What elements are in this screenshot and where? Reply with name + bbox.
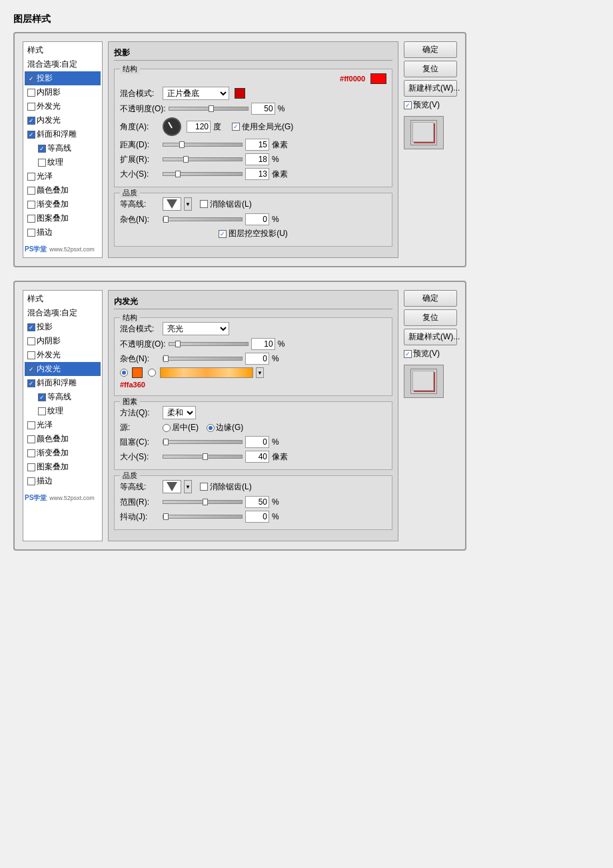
range-slider-2[interactable]: [163, 500, 243, 504]
angle-dial-1[interactable]: [163, 117, 181, 136]
range-input-2[interactable]: [245, 496, 269, 508]
confirm-button-2[interactable]: 确定: [404, 290, 457, 307]
blend-mode-select-1[interactable]: 正片叠底: [163, 87, 229, 100]
contour-preview-2[interactable]: [163, 480, 181, 493]
source-edge-2[interactable]: 边缘(G): [207, 422, 243, 433]
opacity-input-2[interactable]: [251, 338, 275, 350]
checkbox-inglow-2: ✓: [27, 365, 35, 373]
style-item-9[interactable]: 光泽: [25, 169, 101, 183]
gradient-preview-2[interactable]: [160, 367, 253, 378]
checkbox-stroke-1: [27, 229, 35, 237]
method-row-2: 方法(Q): 柔和: [120, 406, 386, 419]
choke-row-2: 阻塞(C): %: [120, 436, 386, 448]
style-item-1[interactable]: 混合选项:自定: [25, 57, 101, 71]
noise-slider-1[interactable]: [163, 217, 243, 221]
style2-item-0[interactable]: 样式: [25, 292, 101, 306]
preview-label-1[interactable]: ✓ 预览(V): [404, 99, 457, 111]
distance-slider-1[interactable]: [163, 143, 243, 147]
jitter-input-2[interactable]: [245, 511, 269, 523]
checkbox-bevel-2: ✓: [27, 379, 35, 387]
new-style-button-1[interactable]: 新建样式(W)...: [404, 80, 457, 97]
size-slider-1[interactable]: [163, 172, 243, 176]
style-item-12[interactable]: 图案叠加: [25, 211, 101, 225]
style-item-13[interactable]: 描边: [25, 225, 101, 239]
blend-mode-select-2[interactable]: 亮光: [163, 322, 229, 335]
checkbox-texture-1: [38, 159, 46, 167]
right-panel-1: 确定 复位 新建样式(W)... ✓ 预览(V): [404, 41, 457, 258]
source-center-2[interactable]: 居中(E): [163, 422, 199, 433]
right-panel-2: 确定 复位 新建样式(W)... ✓ 预览(V): [404, 290, 457, 541]
checkbox-contour-2: ✓: [38, 393, 46, 401]
style-item-7[interactable]: ✓ 等高线: [25, 141, 101, 155]
contour-preview-1[interactable]: [163, 197, 181, 211]
style-item-6[interactable]: ✓ 斜面和浮雕: [25, 127, 101, 141]
new-style-button-2[interactable]: 新建样式(W)...: [404, 329, 457, 345]
distance-input-1[interactable]: [245, 139, 269, 151]
color-hex-row-2: #ffa360: [120, 381, 386, 389]
gradient-dropdown-2[interactable]: ▼: [256, 367, 264, 378]
style2-item-3[interactable]: 内阴影: [25, 334, 101, 348]
style2-item-12[interactable]: 图案叠加: [25, 460, 101, 474]
knockout-label-1[interactable]: ✓ 图层挖空投影(U): [219, 228, 288, 239]
style2-item-7[interactable]: ✓ 等高线: [25, 390, 101, 404]
source-label-2: 源:: [120, 422, 160, 433]
opacity-slider-1[interactable]: [169, 107, 249, 111]
preview-label-2[interactable]: ✓ 预览(V): [404, 348, 457, 359]
style2-item-4[interactable]: 外发光: [25, 348, 101, 362]
spread-input-1[interactable]: [245, 153, 269, 165]
contour-dropdown-2[interactable]: ▼: [184, 480, 192, 493]
checkbox-inset-1: [27, 89, 35, 97]
style-list-1: 样式 混合选项:自定 ✓ 投影 内阴影 外发光 ✓ 内发光 ✓ 斜面和浮雕 ✓ …: [23, 41, 103, 258]
radio-gradient-2[interactable]: [148, 369, 156, 377]
style2-item-6[interactable]: ✓ 斜面和浮雕: [25, 376, 101, 390]
noise-input-1[interactable]: [245, 213, 269, 225]
reset-button-1[interactable]: 复位: [404, 61, 457, 77]
choke-slider-2[interactable]: [163, 440, 243, 444]
style2-item-5[interactable]: ✓ 内发光: [25, 362, 101, 376]
checkbox-bevel-1: ✓: [27, 131, 35, 139]
contour-dropdown-1[interactable]: ▼: [184, 197, 192, 211]
style2-item-10[interactable]: 颜色叠加: [25, 432, 101, 446]
checkbox-inset-2: [27, 337, 35, 345]
angle-input-1[interactable]: [187, 121, 211, 133]
style-item-11[interactable]: 渐变叠加: [25, 197, 101, 211]
style2-item-8[interactable]: 纹理: [25, 404, 101, 418]
global-light-label-1[interactable]: ✓ 使用全局光(G): [232, 121, 293, 133]
size-input-2[interactable]: [245, 451, 269, 463]
style-item-5[interactable]: ✓ 内发光: [25, 113, 101, 127]
style-item-0[interactable]: 样式: [25, 43, 101, 57]
style-item-3[interactable]: 内阴影: [25, 85, 101, 99]
opacity-slider-2[interactable]: [169, 342, 249, 346]
spread-slider-1[interactable]: [163, 157, 243, 161]
watermark-url-1: www.52psxt.com: [49, 246, 95, 253]
style2-item-11[interactable]: 渐变叠加: [25, 446, 101, 460]
style-item-2[interactable]: ✓ 投影: [25, 71, 101, 85]
confirm-button-1[interactable]: 确定: [404, 41, 457, 58]
distance-row-1: 距离(D): 像素: [120, 139, 386, 151]
checkbox-gradoverlay-1: [27, 201, 35, 209]
size-slider-2[interactable]: [163, 455, 243, 459]
style2-item-13[interactable]: 描边: [25, 474, 101, 488]
size-label-1: 大小(S):: [120, 169, 160, 180]
opacity-input-1[interactable]: [251, 103, 275, 115]
method-select-2[interactable]: 柔和: [163, 406, 196, 419]
style2-item-9[interactable]: 光泽: [25, 418, 101, 432]
antialias-label-1[interactable]: 消除锯齿(L): [200, 199, 252, 210]
color-swatch-1[interactable]: [370, 73, 386, 84]
choke-input-2[interactable]: [245, 436, 269, 448]
quality-section-2: 品质 等高线: ▼ 消除锯齿(L) 范围(R):: [114, 475, 392, 530]
style2-item-1[interactable]: 混合选项:自定: [25, 306, 101, 320]
noise-input-2[interactable]: [245, 353, 269, 365]
checkbox-patoverlay-2: [27, 463, 35, 471]
jitter-slider-2[interactable]: [163, 515, 243, 519]
style-item-8[interactable]: 纹理: [25, 155, 101, 169]
noise-slider-2[interactable]: [163, 357, 243, 361]
color-swatch-orange-2[interactable]: [132, 367, 143, 378]
style-item-10[interactable]: 颜色叠加: [25, 183, 101, 197]
antialias-label-2[interactable]: 消除锯齿(L): [200, 481, 252, 493]
size-input-1[interactable]: [245, 168, 269, 180]
style-item-4[interactable]: 外发光: [25, 99, 101, 113]
reset-button-2[interactable]: 复位: [404, 309, 457, 326]
style2-item-2[interactable]: ✓ 投影: [25, 320, 101, 334]
radio-solid-2[interactable]: [120, 369, 128, 377]
